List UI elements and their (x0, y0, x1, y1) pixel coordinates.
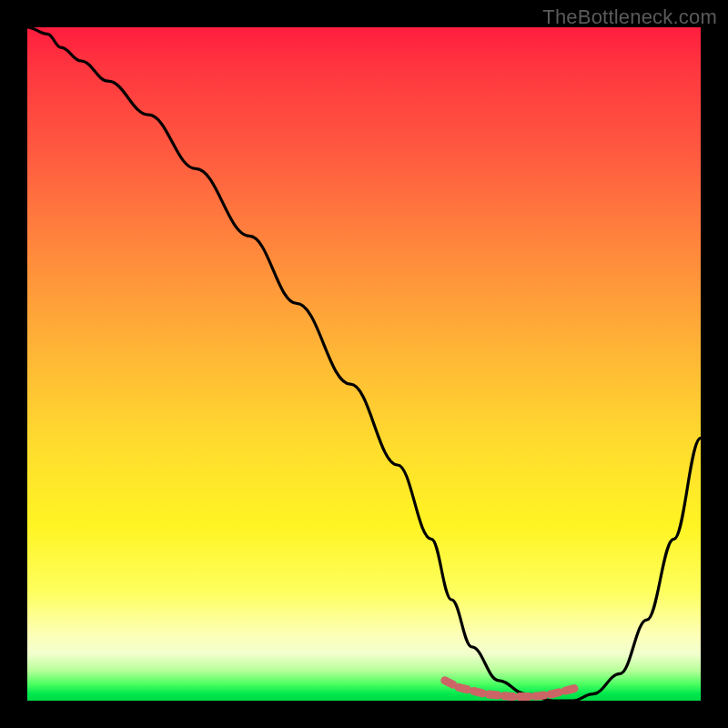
chart-svg (27, 27, 701, 701)
main-curve (27, 27, 701, 701)
plot-area (27, 27, 701, 701)
watermark-text: TheBottleneck.com (542, 5, 717, 29)
